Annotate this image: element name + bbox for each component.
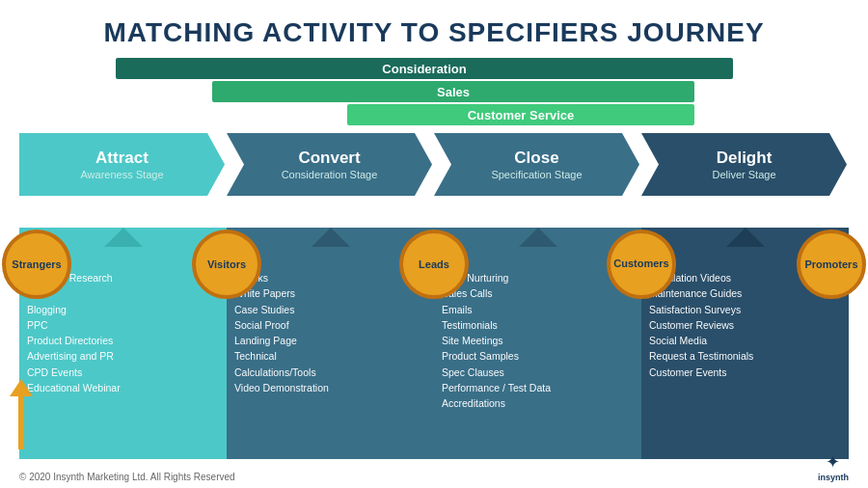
delight-list: Installation Videos Maintenance Guides S…: [649, 270, 841, 380]
arrow-up-decoration: [10, 379, 33, 449]
stage-close: Close Specification Stage: [434, 133, 639, 196]
customer-service-bar: Customer Service: [347, 104, 694, 125]
stage-bars: Consideration Sales Customer Service: [19, 56, 849, 122]
stage-delight: Delight Deliver Stage: [641, 133, 847, 196]
stage-attract: Attract Awareness Stage: [19, 133, 225, 196]
column-attract: Keyword Research SEO Blogging PPC Produc…: [19, 228, 227, 459]
column-close: Lead Nurturing Sales Calls Emails Testim…: [434, 228, 641, 459]
attract-list: Keyword Research SEO Blogging PPC Produc…: [27, 270, 219, 395]
column-convert: Ebooks White Papers Case Studies Social …: [227, 228, 434, 459]
close-list: Lead Nurturing Sales Calls Emails Testim…: [442, 270, 634, 411]
column-delight: Installation Videos Maintenance Guides S…: [641, 228, 849, 459]
consideration-bar: Consideration: [116, 58, 733, 79]
sales-bar: Sales: [212, 81, 694, 102]
footer-copyright: © 2020 Insynth Marketing Ltd. All Rights…: [19, 472, 235, 482]
stages-row: Attract Awareness Stage Convert Consider…: [19, 133, 849, 201]
convert-list: Ebooks White Papers Case Studies Social …: [234, 270, 426, 395]
insynth-logo: ✦ insynth: [818, 451, 849, 482]
logo-text: insynth: [818, 473, 849, 482]
page-title: MATCHING ACTIVITY TO SPECIFIERS JOURNEY: [0, 0, 868, 56]
stage-convert: Convert Consideration Stage: [227, 133, 432, 196]
star-icon: ✦: [826, 451, 840, 473]
